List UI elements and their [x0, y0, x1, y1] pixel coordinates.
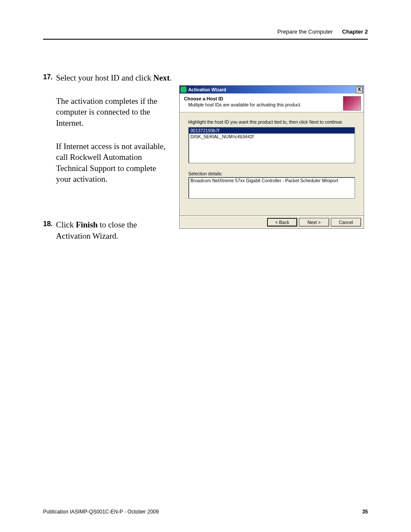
- dialog-separator: [180, 215, 364, 216]
- body-text: 17. Select your host ID and click Next. …: [43, 72, 172, 250]
- header-rule: [43, 39, 368, 40]
- dialog-instruction: Highlight the host ID you want this prod…: [188, 119, 355, 124]
- page-header: Prepare the Computer Chapter 2: [43, 28, 368, 35]
- header-section: Prepare the Computer: [277, 28, 333, 35]
- step-line: Click Finish to close the Activation Wiz…: [56, 219, 172, 241]
- step-line: Select your host ID and click Next.: [56, 72, 172, 84]
- page-footer: Publication IASIMP-QS001C-EN-P - October…: [43, 509, 368, 515]
- selection-details-box: Broadcom NetXtreme 57xx Gigabit Controll…: [188, 177, 355, 199]
- list-item[interactable]: DISK_SERIAL_NUM=c4b3442f: [189, 134, 355, 140]
- step-para: If Internet access is not available, cal…: [56, 141, 172, 185]
- step-18: 18. Click Finish to close the Activation…: [43, 219, 172, 241]
- step-para: The activation completes if the computer…: [56, 96, 172, 129]
- close-icon[interactable]: X: [356, 87, 363, 93]
- list-item[interactable]: 001372193b7f: [189, 128, 355, 134]
- host-id-listbox[interactable]: 001372193b7f DISK_SERIAL_NUM=c4b3442f: [188, 127, 355, 163]
- step-number: 17.: [43, 72, 53, 82]
- dialog-titlebar[interactable]: Activation Wizard X: [180, 86, 364, 93]
- banner-title: Choose a Host ID: [184, 96, 343, 101]
- next-button[interactable]: Next >: [299, 218, 329, 227]
- step-17: 17. Select your host ID and click Next. …: [43, 72, 172, 185]
- selection-details-label: Selection details:: [188, 171, 355, 176]
- banner-image-icon: [343, 96, 361, 111]
- dialog-title: Activation Wizard: [188, 87, 226, 92]
- publication-info: Publication IASIMP-QS001C-EN-P - October…: [43, 509, 159, 515]
- selection-details-value: Broadcom NetXtreme 57xx Gigabit Controll…: [190, 177, 353, 184]
- page-number: 35: [362, 509, 368, 515]
- back-button[interactable]: < Back: [267, 218, 297, 227]
- header-chapter: Chapter 2: [342, 28, 368, 35]
- activation-wizard-dialog: Activation Wizard X Choose a Host ID Mul…: [179, 85, 364, 229]
- cancel-button[interactable]: Cancel: [331, 218, 361, 227]
- step-number: 18.: [43, 219, 53, 229]
- wizard-icon: [181, 87, 187, 93]
- dialog-banner: Choose a Host ID Multiple host IDs are a…: [180, 93, 364, 112]
- banner-subtitle: Multiple host IDs are available for acti…: [188, 102, 343, 107]
